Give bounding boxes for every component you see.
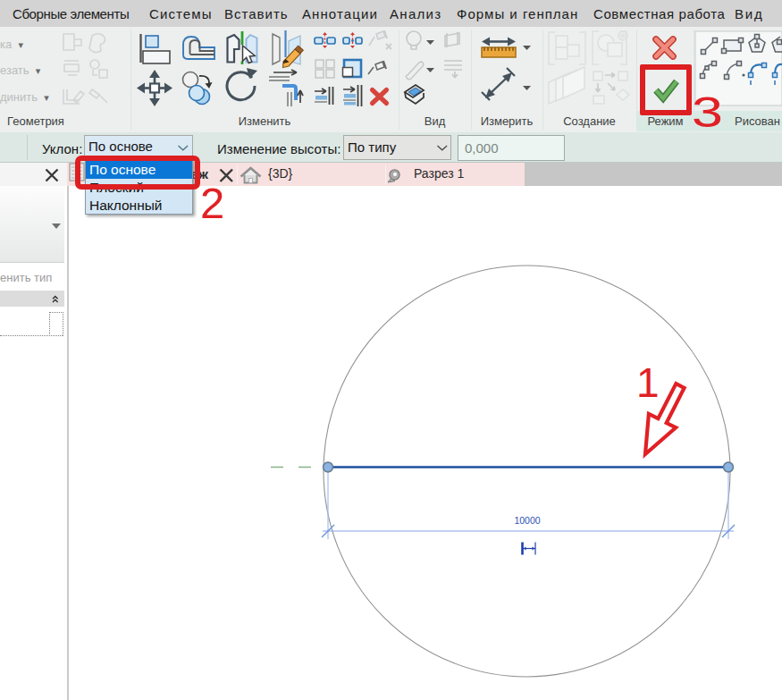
svg-text:10000: 10000 [514, 515, 540, 526]
